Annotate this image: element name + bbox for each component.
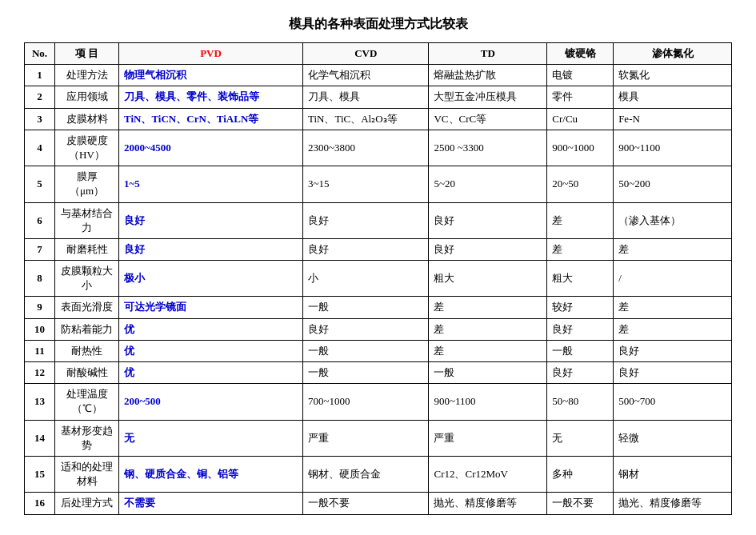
table-row: 4皮膜硬度（HV）2000~45002300~38002500 ~3300900…	[25, 130, 732, 166]
cell-td: 良好	[429, 238, 547, 260]
cell-shenti: 50~200	[614, 166, 732, 202]
cell-diandu: 20~50	[547, 166, 614, 202]
cell-td: 抛光、精度修磨等	[429, 493, 547, 514]
cell-diandu: 粗大	[547, 261, 614, 297]
cell-cvd: 钢材、硬质合金	[302, 456, 429, 492]
cell-pvd: 极小	[119, 261, 303, 297]
header-item: 项 目	[55, 43, 119, 65]
table-row: 16后处理方式不需要一般不要抛光、精度修磨等一般不要抛光、精度修磨等	[25, 493, 732, 514]
header-diandu: 镀硬铬	[547, 43, 614, 65]
cell-no: 11	[25, 340, 55, 361]
cell-item: 皮膜硬度（HV）	[55, 130, 119, 166]
table-row: 3皮膜材料TiN、TiCN、CrN、TiALN等TiN、TiC、Al₂O₃等VC…	[25, 108, 732, 130]
page-title: 模具的各种表面处理方式比较表	[24, 16, 732, 33]
table-body: 1处理方法物理气相沉积化学气相沉积熔融盐热扩散电镀软氮化2应用领域刀具、模具、零…	[25, 65, 732, 514]
cell-no: 15	[25, 456, 55, 492]
table-row: 7耐磨耗性良好良好良好差差	[25, 238, 732, 260]
cell-shenti: 500~700	[614, 384, 732, 420]
cell-no: 6	[25, 202, 55, 238]
cell-shenti: 模具	[614, 86, 732, 108]
header-td: TD	[429, 43, 547, 65]
cell-pvd: 2000~4500	[119, 130, 303, 166]
cell-cvd: 一般	[302, 297, 429, 318]
cell-item: 与基材结合力	[55, 202, 119, 238]
cell-item: 皮膜颗粒大小	[55, 261, 119, 297]
cell-pvd: 钢、硬质合金、铜、铝等	[119, 456, 303, 492]
cell-pvd: 优	[119, 340, 303, 361]
cell-cvd: 2300~3800	[302, 130, 429, 166]
cell-pvd: 物理气相沉积	[119, 65, 303, 86]
cell-shenti: 抛光、精度修磨等	[614, 493, 732, 514]
cell-td: Cr12、Cr12MoV	[429, 456, 547, 492]
cell-cvd: 刀具、模具	[302, 86, 429, 108]
cell-no: 7	[25, 238, 55, 260]
cell-td: VC、CrC等	[429, 108, 547, 130]
header-no: No.	[25, 43, 55, 65]
cell-shenti: 软氮化	[614, 65, 732, 86]
cell-no: 9	[25, 297, 55, 318]
comparison-table: No. 项 目 PVD CVD TD 镀硬铬 渗体氮化 1处理方法物理气相沉积化…	[24, 42, 732, 515]
cell-item: 基材形变趋势	[55, 420, 119, 456]
cell-td: 大型五金冲压模具	[429, 86, 547, 108]
cell-shenti: 差	[614, 297, 732, 318]
cell-pvd: 刀具、模具、零件、装饰品等	[119, 86, 303, 108]
table-row: 9表面光滑度可达光学镜面一般差较好差	[25, 297, 732, 318]
cell-cvd: 小	[302, 261, 429, 297]
table-row: 1处理方法物理气相沉积化学气相沉积熔融盐热扩散电镀软氮化	[25, 65, 732, 86]
table-row: 10防粘着能力优良好差良好差	[25, 318, 732, 340]
cell-item: 耐热性	[55, 340, 119, 361]
cell-diandu: 良好	[547, 362, 614, 384]
cell-pvd: 可达光学镜面	[119, 297, 303, 318]
cell-item: 适和的处理材料	[55, 456, 119, 492]
cell-td: 粗大	[429, 261, 547, 297]
table-row: 5膜厚（μm）1~53~155~2020~5050~200	[25, 166, 732, 202]
cell-cvd: 3~15	[302, 166, 429, 202]
table-row: 11耐热性优一般差一般良好	[25, 340, 732, 361]
cell-item: 皮膜材料	[55, 108, 119, 130]
cell-shenti: 差	[614, 238, 732, 260]
cell-td: 一般	[429, 362, 547, 384]
cell-shenti: 差	[614, 318, 732, 340]
cell-pvd: 200~500	[119, 384, 303, 420]
cell-td: 良好	[429, 202, 547, 238]
table-row: 8皮膜颗粒大小极小小粗大粗大/	[25, 261, 732, 297]
cell-diandu: 50~80	[547, 384, 614, 420]
cell-diandu: 无	[547, 420, 614, 456]
table-row: 14基材形变趋势无严重严重无轻微	[25, 420, 732, 456]
cell-cvd: 良好	[302, 318, 429, 340]
header-shenti: 渗体氮化	[614, 43, 732, 65]
cell-no: 1	[25, 65, 55, 86]
cell-no: 10	[25, 318, 55, 340]
cell-pvd: 不需要	[119, 493, 303, 514]
cell-shenti: （渗入基体）	[614, 202, 732, 238]
cell-td: 差	[429, 340, 547, 361]
cell-diandu: 较好	[547, 297, 614, 318]
cell-diandu: 一般不要	[547, 493, 614, 514]
cell-shenti: /	[614, 261, 732, 297]
cell-pvd: 良好	[119, 238, 303, 260]
cell-item: 膜厚（μm）	[55, 166, 119, 202]
cell-td: 5~20	[429, 166, 547, 202]
table-row: 2应用领域刀具、模具、零件、装饰品等刀具、模具大型五金冲压模具零件模具	[25, 86, 732, 108]
cell-cvd: 良好	[302, 202, 429, 238]
cell-no: 8	[25, 261, 55, 297]
cell-diandu: 零件	[547, 86, 614, 108]
cell-cvd: 严重	[302, 420, 429, 456]
header-cvd: CVD	[302, 43, 429, 65]
cell-no: 4	[25, 130, 55, 166]
table-row: 13处理温度（℃）200~500700~1000900~110050~80500…	[25, 384, 732, 420]
cell-shenti: 良好	[614, 362, 732, 384]
cell-td: 差	[429, 318, 547, 340]
cell-cvd: 一般不要	[302, 493, 429, 514]
cell-cvd: 一般	[302, 340, 429, 361]
table-row: 15适和的处理材料钢、硬质合金、铜、铝等钢材、硬质合金Cr12、Cr12MoV多…	[25, 456, 732, 492]
cell-shenti: 900~1100	[614, 130, 732, 166]
cell-td: 2500 ~3300	[429, 130, 547, 166]
cell-no: 12	[25, 362, 55, 384]
cell-item: 后处理方式	[55, 493, 119, 514]
cell-shenti: Fe-N	[614, 108, 732, 130]
cell-cvd: 化学气相沉积	[302, 65, 429, 86]
cell-pvd: 优	[119, 362, 303, 384]
cell-td: 严重	[429, 420, 547, 456]
cell-item: 耐磨耗性	[55, 238, 119, 260]
